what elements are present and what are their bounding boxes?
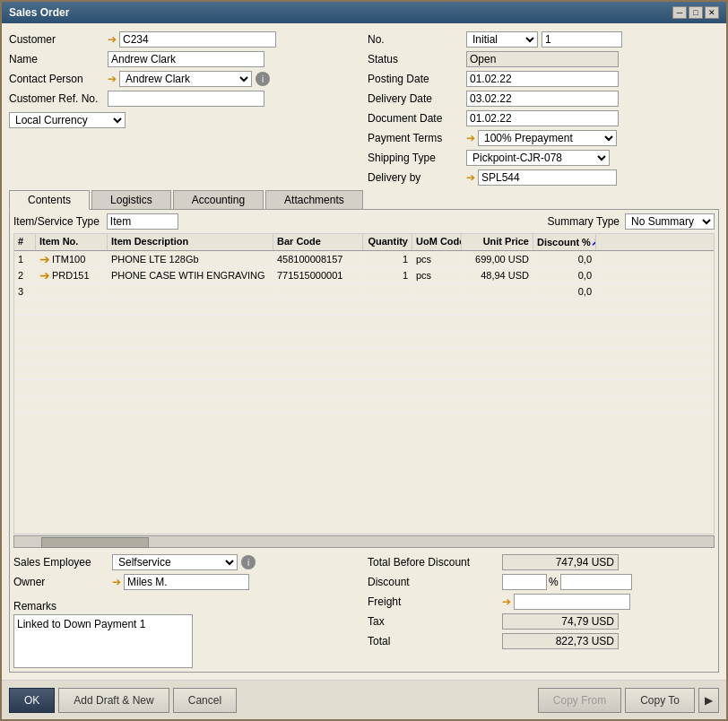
minimize-button[interactable]: ─ <box>672 6 687 19</box>
table-row <box>14 316 714 332</box>
totals-section: Total Before Discount Discount % Freight… <box>368 553 715 668</box>
delivery-by-arrow-icon: ➔ <box>466 171 475 184</box>
ok-button[interactable]: OK <box>9 688 55 713</box>
sales-employee-label: Sales Employee <box>13 556 112 569</box>
document-date-label: Document Date <box>368 112 466 125</box>
cell-barcode-3 <box>273 283 363 299</box>
delivery-by-label: Delivery by <box>368 171 466 184</box>
tab-attachments[interactable]: Attachments <box>265 190 363 209</box>
discount-amount-input[interactable] <box>560 574 632 590</box>
table-row[interactable]: 3 0,0 <box>14 283 714 300</box>
no-input[interactable] <box>542 31 622 48</box>
currency-select[interactable]: Local Currency <box>9 112 126 128</box>
sales-employee-info-icon[interactable]: i <box>241 555 256 569</box>
document-date-input[interactable] <box>466 110 619 126</box>
title-bar: Sales Order ─ □ ✕ <box>2 2 726 23</box>
delivery-date-row: Delivery Date <box>368 90 719 108</box>
currency-row: Local Currency <box>9 111 360 129</box>
header-form-right: No. Initial Status Posting Date Delivery… <box>368 30 719 187</box>
col-header-discount: Discount %↗ <box>533 234 596 250</box>
delivery-by-row: Delivery by ➔ <box>368 169 719 187</box>
table-row[interactable]: 2 ➔PRD151 PHONE CASE WTIH ENGRAVING 7715… <box>14 267 714 283</box>
customer-label: Customer <box>9 33 108 46</box>
name-input[interactable] <box>108 51 264 67</box>
total-before-discount-label: Total Before Discount <box>368 556 502 569</box>
maximize-button[interactable]: □ <box>689 6 703 19</box>
cell-discount-1: 0,0 <box>533 251 596 266</box>
sales-employee-select[interactable]: Selfservice <box>112 554 238 570</box>
cell-discount-2: 0,0 <box>533 267 596 282</box>
grid-header: # Item No. Item Description Bar Code Qua… <box>14 234 714 251</box>
cell-description-3 <box>108 283 273 299</box>
payment-terms-label: Payment Terms <box>368 132 466 144</box>
table-row <box>14 364 714 380</box>
tab-content-area: Item/Service Type Summary Type No Summar… <box>9 210 719 673</box>
cell-qty-3 <box>363 283 412 299</box>
horizontal-scrollbar[interactable] <box>13 535 715 548</box>
total-value <box>502 633 619 649</box>
bottom-left: Sales Employee Selfservice i Owner ➔ <box>13 553 360 668</box>
contact-person-label: Contact Person <box>9 73 108 85</box>
contact-person-info-icon[interactable]: i <box>256 72 270 86</box>
table-row <box>14 380 714 396</box>
no-label: No. <box>368 33 466 46</box>
total-before-discount-row: Total Before Discount <box>368 553 715 571</box>
col-header-quantity: Quantity <box>363 234 412 250</box>
name-label: Name <box>9 53 108 65</box>
cell-discount-3: 0,0 <box>533 283 596 299</box>
remarks-section: Remarks Linked to Down Payment 1 <box>13 600 360 668</box>
cancel-button[interactable]: Cancel <box>173 688 237 713</box>
tab-contents[interactable]: Contents <box>9 190 90 210</box>
summary-type-select[interactable]: No Summary <box>625 213 715 230</box>
summary-type-label: Summary Type <box>548 215 620 228</box>
customer-ref-label: Customer Ref. No. <box>9 92 108 105</box>
delivery-by-input[interactable] <box>478 169 617 186</box>
copy-to-button[interactable]: Copy To <box>625 688 695 713</box>
remarks-textarea[interactable]: Linked to Down Payment 1 <box>13 614 193 668</box>
col-header-barcode: Bar Code <box>273 234 363 250</box>
contact-person-select[interactable]: Andrew Clark <box>119 71 252 87</box>
total-row: Total <box>368 632 715 650</box>
scrollbar-thumb[interactable] <box>41 537 149 548</box>
customer-input[interactable] <box>119 31 276 48</box>
cell-price-3 <box>462 283 533 299</box>
posting-date-row: Posting Date <box>368 70 719 88</box>
item-type-label: Item/Service Type <box>13 215 100 228</box>
item-type-input[interactable] <box>107 213 178 230</box>
cell-num-3: 3 <box>14 283 36 299</box>
delivery-date-label: Delivery Date <box>368 92 466 105</box>
freight-arrow-icon: ➔ <box>502 595 511 608</box>
freight-input[interactable] <box>514 594 630 610</box>
tab-logistics[interactable]: Logistics <box>91 190 171 209</box>
add-draft-button[interactable]: Add Draft & New <box>58 688 169 713</box>
close-button[interactable]: ✕ <box>705 6 719 19</box>
posting-date-input[interactable] <box>466 71 619 87</box>
freight-row: Freight ➔ <box>368 593 715 611</box>
customer-arrow-icon: ➔ <box>108 33 117 46</box>
tabs-header: Contents Logistics Accounting Attachment… <box>9 190 719 210</box>
total-before-discount-value <box>502 554 619 570</box>
table-row[interactable]: 1 ➔ITM100 PHONE LTE 128Gb 458100008157 1… <box>14 251 714 267</box>
delivery-date-input[interactable] <box>466 91 619 107</box>
shipping-type-select[interactable]: Pickpoint-CJR-078 <box>466 150 610 166</box>
copy-to-arrow-button[interactable]: ▶ <box>698 688 719 713</box>
window-title: Sales Order <box>9 6 69 19</box>
col-header-description: Item Description <box>108 234 273 250</box>
customer-ref-input[interactable] <box>108 91 264 107</box>
tab-accounting[interactable]: Accounting <box>173 190 264 209</box>
document-date-row: Document Date <box>368 109 719 127</box>
footer-buttons: OK Add Draft & New Cancel Copy From Copy… <box>2 680 726 719</box>
payment-terms-select[interactable]: 100% Prepayment <box>478 130 617 146</box>
table-row <box>14 396 714 413</box>
cell-barcode-1: 458100008157 <box>273 251 363 266</box>
shipping-type-label: Shipping Type <box>368 152 466 164</box>
contact-person-row: Contact Person ➔ Andrew Clark i <box>9 70 360 88</box>
copy-from-button[interactable]: Copy From <box>538 688 621 713</box>
cell-description-1: PHONE LTE 128Gb <box>108 251 273 266</box>
no-row: No. Initial <box>368 30 719 48</box>
cell-qty-1: 1 <box>363 251 412 266</box>
discount-percent-input[interactable] <box>502 574 547 590</box>
tax-row: Tax <box>368 612 715 630</box>
owner-input[interactable] <box>124 574 249 590</box>
no-status-select[interactable]: Initial <box>466 31 538 48</box>
